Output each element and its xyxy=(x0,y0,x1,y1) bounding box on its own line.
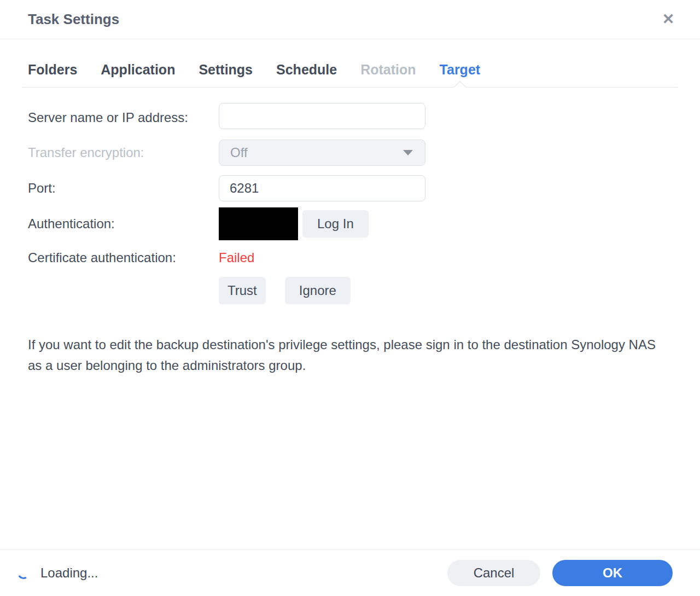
tab-application[interactable]: Application xyxy=(101,62,175,78)
ok-button[interactable]: OK xyxy=(552,560,673,586)
certificate-label: Certificate authentication: xyxy=(28,250,219,265)
dialog-footer: Loading... Cancel OK xyxy=(0,549,700,596)
target-tab-panel: Server name or IP address: Transfer encr… xyxy=(28,103,700,304)
authentication-field: Log In xyxy=(219,207,369,240)
server-label: Server name or IP address: xyxy=(28,103,219,128)
dialog-header: Task Settings ✕ xyxy=(0,0,700,39)
encryption-selected-value: Off xyxy=(230,145,248,160)
tab-schedule[interactable]: Schedule xyxy=(276,62,337,78)
close-icon: ✕ xyxy=(662,12,675,27)
encryption-row: Transfer encryption: Off xyxy=(28,140,700,166)
certificate-actions-row: Trust Ignore xyxy=(28,277,700,304)
destination-privilege-note: If you want to edit the backup destinati… xyxy=(28,334,673,376)
footer-buttons: Cancel OK xyxy=(447,560,673,586)
encryption-label: Transfer encryption: xyxy=(28,145,219,160)
dialog-title: Task Settings xyxy=(28,11,119,28)
authentication-row: Authentication: Log In xyxy=(28,207,700,240)
server-input[interactable] xyxy=(219,103,425,129)
server-row: Server name or IP address: xyxy=(28,103,700,129)
task-settings-dialog: Task Settings ✕ Folders Application Sett… xyxy=(0,0,700,596)
close-button[interactable]: ✕ xyxy=(657,9,679,31)
tab-folders[interactable]: Folders xyxy=(28,62,77,78)
certificate-status-badge: Failed xyxy=(219,250,254,265)
loading-spinner-icon xyxy=(16,566,31,581)
certificate-row: Certificate authentication: Failed xyxy=(28,250,700,265)
tab-bar: Folders Application Settings Schedule Ro… xyxy=(22,39,678,88)
loading-indicator: Loading... xyxy=(18,565,98,581)
tab-target[interactable]: Target xyxy=(440,62,481,78)
tab-settings[interactable]: Settings xyxy=(199,62,253,78)
loading-text: Loading... xyxy=(40,565,98,581)
ignore-button[interactable]: Ignore xyxy=(285,277,351,304)
port-row: Port: xyxy=(28,175,700,201)
tab-rotation: Rotation xyxy=(360,62,416,78)
log-in-button[interactable]: Log In xyxy=(302,210,369,238)
port-label: Port: xyxy=(28,181,219,196)
chevron-down-icon xyxy=(403,150,413,155)
encryption-select[interactable]: Off xyxy=(219,140,425,166)
trust-button[interactable]: Trust xyxy=(219,277,266,304)
port-input[interactable] xyxy=(219,175,425,201)
authentication-label: Authentication: xyxy=(28,216,219,232)
spacer xyxy=(28,277,219,304)
cancel-button[interactable]: Cancel xyxy=(447,560,540,586)
auth-username-redacted xyxy=(219,207,298,240)
